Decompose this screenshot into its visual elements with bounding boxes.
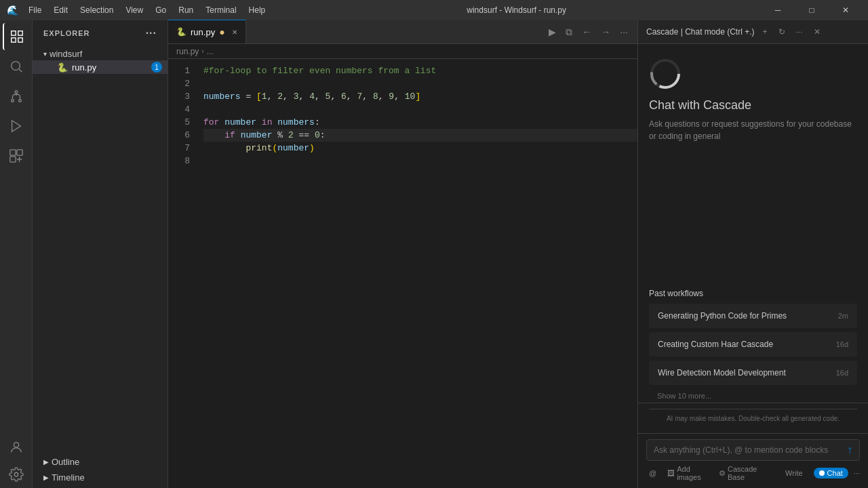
workflow-name-2: Wire Detection Model Development bbox=[658, 368, 786, 378]
code-editor[interactable]: 1 2 3 4 5 6 7 8 #for-loop to filter even… bbox=[168, 59, 637, 488]
cascade-chat-title: Chat with Cascade bbox=[649, 98, 751, 113]
more-actions-button[interactable]: ··· bbox=[616, 25, 632, 39]
code-line-5: for number in numbers: bbox=[203, 116, 637, 129]
activity-source-control[interactable] bbox=[3, 83, 30, 110]
file-badge: 1 bbox=[151, 62, 162, 73]
tab-file-icon: 🐍 bbox=[176, 27, 186, 37]
run-button[interactable]: ▶ bbox=[545, 25, 560, 39]
activity-debug[interactable] bbox=[3, 113, 30, 140]
cascade-description: Ask questions or request suggestions for… bbox=[649, 118, 857, 142]
cascade-write-mode-button[interactable]: Write bbox=[780, 468, 808, 479]
activity-explorer[interactable] bbox=[3, 23, 30, 50]
tab-modified-indicator: ● bbox=[219, 26, 224, 37]
cascade-input-wrapper[interactable]: ↑ bbox=[646, 439, 860, 461]
window-controls: ─ □ ✕ bbox=[762, 0, 861, 20]
outline-arrow-icon: ▶ bbox=[43, 458, 49, 466]
svg-rect-9 bbox=[9, 150, 15, 155]
code-line-8 bbox=[203, 155, 637, 167]
activity-search[interactable] bbox=[3, 53, 30, 80]
outline-label: Outline bbox=[52, 457, 79, 467]
nav-back-button[interactable]: ← bbox=[578, 25, 595, 39]
svg-rect-10 bbox=[16, 150, 22, 155]
menu-edit[interactable]: Edit bbox=[48, 4, 73, 16]
add-images-label: Add images bbox=[677, 465, 708, 481]
activity-extensions[interactable] bbox=[3, 142, 30, 169]
tab-run-py[interactable]: 🐍 run.py ● ✕ bbox=[168, 20, 246, 43]
svg-rect-2 bbox=[11, 38, 15, 42]
cascade-title-label: Cascade | Chat mode (Ctrl +.) bbox=[646, 27, 755, 37]
show-more-workflows[interactable]: Show 10 more... bbox=[649, 389, 857, 403]
tab-actions: ▶ ⧉ ← → ··· bbox=[539, 20, 637, 43]
cascade-chat-input[interactable] bbox=[654, 445, 843, 455]
past-workflows: Past workflows Generating Python Code fo… bbox=[638, 289, 868, 403]
activity-bottom bbox=[3, 434, 30, 488]
cascade-chat-mode-button[interactable]: Chat bbox=[814, 468, 848, 479]
cascade-refresh-button[interactable]: ↻ bbox=[776, 26, 788, 38]
svg-rect-11 bbox=[9, 157, 15, 162]
workflow-name-1: Creating Custom Haar Cascade bbox=[658, 340, 773, 349]
line-numbers: 1 2 3 4 5 6 7 8 bbox=[168, 59, 195, 488]
past-workflows-title: Past workflows bbox=[649, 289, 857, 298]
nav-forward-button[interactable]: → bbox=[597, 25, 614, 39]
workflow-item-1[interactable]: Creating Custom Haar Cascade 16d bbox=[649, 332, 857, 357]
cascade-close-button[interactable]: ✕ bbox=[811, 26, 823, 38]
chat-dot-icon bbox=[819, 470, 825, 476]
menu-terminal[interactable]: Terminal bbox=[200, 4, 241, 16]
model-icon: ⚙ bbox=[719, 469, 726, 478]
cascade-panel: Cascade | Chat mode (Ctrl +.) + ↻ ··· ✕ … bbox=[637, 20, 868, 488]
sidebar-folder-windsurf[interactable]: ▾ windsurf bbox=[33, 47, 167, 60]
sidebar-outline[interactable]: ▶ Outline bbox=[33, 454, 167, 470]
image-icon: 🖼 bbox=[667, 469, 675, 477]
titlebar: 🌊 File Edit Selection View Go Run Termin… bbox=[0, 0, 868, 20]
split-editor-button[interactable]: ⧉ bbox=[561, 25, 576, 39]
workflow-item-2[interactable]: Wire Detection Model Development 16d bbox=[649, 361, 857, 385]
model-label: Cascade Base bbox=[728, 465, 766, 481]
folder-name: windsurf bbox=[50, 49, 82, 59]
maximize-button[interactable]: □ bbox=[796, 0, 827, 20]
tab-close-button[interactable]: ✕ bbox=[232, 28, 237, 36]
cascade-body: Chat with Cascade Ask questions or reque… bbox=[638, 44, 868, 289]
minimize-button[interactable]: ─ bbox=[762, 0, 793, 20]
breadcrumb-context[interactable]: ... bbox=[207, 47, 214, 56]
svg-point-5 bbox=[15, 91, 18, 94]
code-line-1: #for-loop to filter even numbers from a … bbox=[203, 64, 637, 77]
cascade-at-button[interactable]: @ bbox=[646, 468, 659, 479]
breadcrumb-file[interactable]: run.py bbox=[176, 47, 199, 56]
sidebar-file-run-py[interactable]: 🐍 run.py 1 bbox=[33, 60, 167, 74]
sidebar-header: Explorer ··· bbox=[33, 20, 167, 46]
svg-point-13 bbox=[14, 472, 18, 476]
cascade-more-button[interactable]: ··· bbox=[793, 26, 806, 38]
cascade-add-images-button[interactable]: 🖼 Add images bbox=[665, 464, 711, 483]
sidebar-file-tree: ▾ windsurf 🐍 run.py 1 bbox=[33, 46, 167, 75]
code-line-4 bbox=[203, 103, 637, 116]
cascade-send-button[interactable]: ↑ bbox=[847, 444, 852, 456]
activity-bar bbox=[0, 20, 33, 488]
svg-point-6 bbox=[11, 100, 14, 102]
code-line-6: if number % 2 == 0: bbox=[203, 129, 637, 142]
menu-go[interactable]: Go bbox=[150, 4, 172, 16]
svg-point-12 bbox=[14, 443, 18, 447]
cascade-add-button[interactable]: + bbox=[760, 26, 770, 38]
filename-label: run.py bbox=[72, 62, 96, 73]
activity-settings[interactable] bbox=[3, 461, 30, 488]
sidebar-timeline[interactable]: ▶ Timeline bbox=[33, 470, 167, 485]
menu-file[interactable]: File bbox=[23, 4, 47, 16]
code-content[interactable]: #for-loop to filter even numbers from a … bbox=[195, 59, 637, 488]
menu-run[interactable]: Run bbox=[173, 4, 199, 16]
sidebar-more-button[interactable]: ··· bbox=[146, 27, 157, 39]
cascade-model-button[interactable]: ⚙ Cascade Base bbox=[716, 464, 769, 483]
cascade-disclaimer: AI may make mistakes. Double-check all g… bbox=[649, 409, 857, 428]
workflow-item-0[interactable]: Generating Python Code for Primes 2m bbox=[649, 304, 857, 328]
svg-rect-1 bbox=[18, 31, 22, 35]
activity-accounts[interactable] bbox=[3, 434, 30, 461]
at-icon: @ bbox=[649, 469, 656, 477]
cascade-toolbar: @ 🖼 Add images ⚙ Cascade Base Write Chat… bbox=[646, 461, 860, 483]
cascade-toolbar-more[interactable]: ··· bbox=[854, 469, 860, 477]
cascade-input-area: ↑ @ 🖼 Add images ⚙ Cascade Base Write bbox=[638, 433, 868, 488]
menu-view[interactable]: View bbox=[120, 4, 149, 16]
breadcrumb-sep: › bbox=[201, 47, 203, 55]
app-icon: 🌊 bbox=[7, 5, 18, 16]
close-button[interactable]: ✕ bbox=[830, 0, 861, 20]
menu-selection[interactable]: Selection bbox=[75, 4, 119, 16]
menu-help[interactable]: Help bbox=[243, 4, 271, 16]
